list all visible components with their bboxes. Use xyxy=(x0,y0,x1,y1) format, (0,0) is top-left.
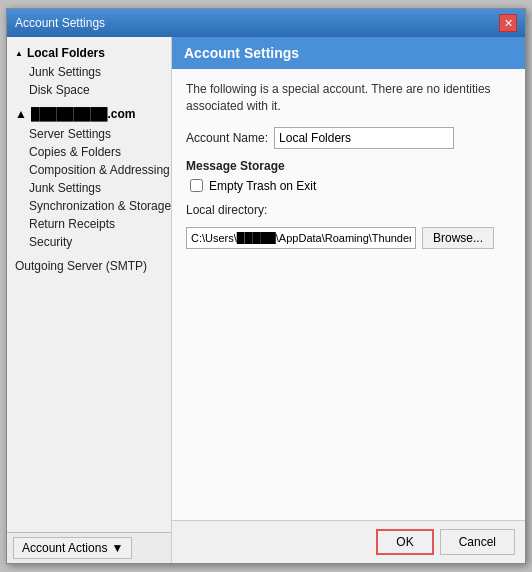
triangle-icon-email: ▲ xyxy=(15,107,27,121)
content-body: The following is a special account. Ther… xyxy=(172,69,525,520)
local-directory-input[interactable] xyxy=(186,227,416,249)
account-actions-arrow: ▼ xyxy=(111,541,123,555)
sidebar-item-sync-storage[interactable]: Synchronization & Storage xyxy=(7,197,171,215)
sidebar-item-return-receipts[interactable]: Return Receipts xyxy=(7,215,171,233)
local-folders-label: Local Folders xyxy=(27,46,105,60)
account-name-row: Account Name: xyxy=(186,127,511,149)
account-name-label: Account Name: xyxy=(186,131,268,145)
account-actions-button[interactable]: Account Actions ▼ xyxy=(13,537,132,559)
special-account-note: The following is a special account. Ther… xyxy=(186,81,511,115)
empty-trash-row: Empty Trash on Exit xyxy=(190,179,511,193)
sidebar-item-outgoing-server[interactable]: Outgoing Server (SMTP) xyxy=(7,255,171,275)
sidebar-section-local-folders[interactable]: ▲ Local Folders xyxy=(7,43,171,63)
main-content: Account Settings The following is a spec… xyxy=(172,37,525,563)
footer: OK Cancel xyxy=(172,520,525,563)
title-bar: Account Settings ✕ xyxy=(7,9,525,37)
account-settings-window: Account Settings ✕ ▲ Local Folders Junk … xyxy=(6,8,526,564)
cancel-button[interactable]: Cancel xyxy=(440,529,515,555)
browse-button[interactable]: Browse... xyxy=(422,227,494,249)
local-directory-label: Local directory: xyxy=(186,203,267,217)
local-directory-row: Browse... xyxy=(186,227,511,249)
sidebar: ▲ Local Folders Junk Settings Disk Space… xyxy=(7,37,171,532)
sidebar-item-junk-settings-email[interactable]: Junk Settings xyxy=(7,179,171,197)
window-body: ▲ Local Folders Junk Settings Disk Space… xyxy=(7,37,525,563)
sidebar-item-copies-folders[interactable]: Copies & Folders xyxy=(7,143,171,161)
triangle-icon: ▲ xyxy=(15,49,23,58)
sidebar-section-email[interactable]: ▲ █████████.com xyxy=(7,103,171,125)
sidebar-item-server-settings[interactable]: Server Settings xyxy=(7,125,171,143)
window-title: Account Settings xyxy=(15,16,105,30)
account-actions-bar: Account Actions ▼ xyxy=(7,532,171,563)
message-storage-label: Message Storage xyxy=(186,159,511,173)
empty-trash-label: Empty Trash on Exit xyxy=(209,179,316,193)
content-header: Account Settings xyxy=(172,37,525,69)
sidebar-item-junk-settings[interactable]: Junk Settings xyxy=(7,63,171,81)
account-name-input[interactable] xyxy=(274,127,454,149)
ok-button[interactable]: OK xyxy=(376,529,433,555)
sidebar-item-composition-addressing[interactable]: Composition & Addressing xyxy=(7,161,171,179)
empty-trash-checkbox[interactable] xyxy=(190,179,203,192)
close-button[interactable]: ✕ xyxy=(499,14,517,32)
sidebar-item-disk-space[interactable]: Disk Space xyxy=(7,81,171,99)
account-actions-label: Account Actions xyxy=(22,541,107,555)
local-directory-label-row: Local directory: xyxy=(186,203,511,217)
sidebar-item-security[interactable]: Security xyxy=(7,233,171,251)
email-account-label: █████████.com xyxy=(31,107,136,121)
sidebar-wrapper: ▲ Local Folders Junk Settings Disk Space… xyxy=(7,37,172,563)
